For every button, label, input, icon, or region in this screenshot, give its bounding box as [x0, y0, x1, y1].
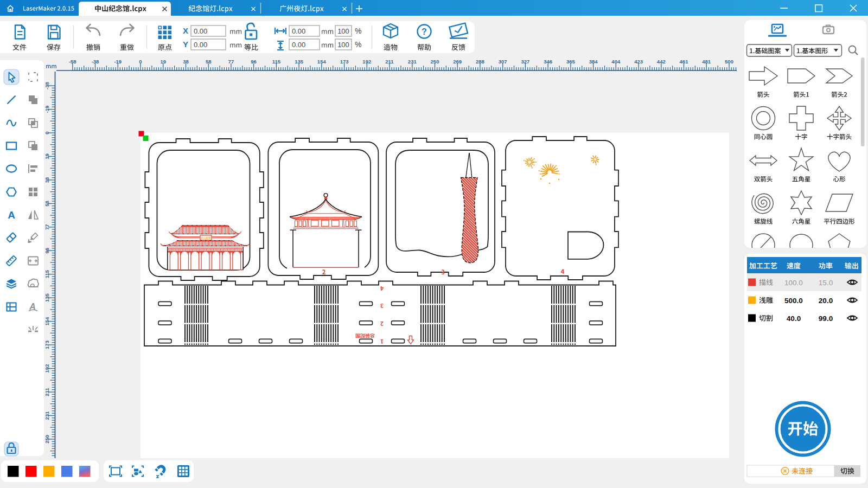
svg-text:77: 77 [44, 224, 50, 230]
svg-text:A: A [8, 209, 15, 221]
svg-text:96: 96 [44, 248, 50, 254]
svg-text:58: 58 [206, 59, 212, 65]
svg-text:-58: -58 [69, 59, 76, 65]
svg-text:0: 0 [139, 59, 142, 65]
svg-text:19: 19 [160, 59, 166, 65]
svg-text:58: 58 [44, 201, 50, 207]
svg-text:0.00: 0.00 [292, 27, 305, 35]
svg-text:269: 269 [453, 59, 462, 65]
svg-text:38: 38 [183, 59, 189, 65]
svg-text:250: 250 [431, 59, 439, 65]
svg-text:-19: -19 [114, 59, 122, 65]
svg-text:384: 384 [589, 59, 598, 65]
svg-text:211: 211 [385, 59, 394, 65]
svg-text:346: 346 [544, 59, 552, 65]
svg-text:?: ? [422, 27, 427, 36]
svg-text:211: 211 [44, 388, 50, 396]
svg-text:173: 173 [340, 59, 349, 65]
svg-text:231: 231 [44, 411, 50, 420]
svg-text:135: 135 [44, 293, 50, 303]
svg-text:500.0: 500.0 [784, 297, 803, 305]
svg-text:-38: -38 [44, 82, 50, 89]
svg-text:96: 96 [251, 59, 257, 65]
svg-text:173: 173 [44, 341, 50, 349]
svg-text:100: 100 [337, 41, 349, 49]
svg-text:115: 115 [272, 59, 281, 65]
svg-text:500: 500 [725, 59, 733, 65]
svg-text:250: 250 [44, 435, 50, 444]
svg-text:154: 154 [44, 317, 50, 326]
svg-text:481: 481 [702, 59, 711, 65]
svg-text:%: % [355, 27, 361, 35]
svg-text:135: 135 [295, 59, 304, 65]
svg-text:0.00: 0.00 [292, 41, 305, 49]
svg-text:442: 442 [657, 59, 666, 65]
svg-text:404: 404 [611, 59, 621, 65]
svg-text:19: 19 [44, 153, 50, 159]
svg-text:100: 100 [337, 27, 349, 35]
svg-text:0.00: 0.00 [194, 41, 207, 49]
svg-text:288: 288 [476, 59, 484, 65]
svg-text:192: 192 [44, 364, 50, 373]
svg-text:-38: -38 [92, 59, 99, 65]
svg-text:100.0: 100.0 [784, 279, 803, 287]
svg-text:423: 423 [634, 59, 643, 65]
svg-text:154: 154 [317, 59, 327, 65]
svg-text:0: 0 [44, 131, 50, 134]
svg-text:38: 38 [44, 177, 50, 183]
svg-text:Y: Y [183, 40, 188, 49]
svg-text:115: 115 [44, 269, 50, 278]
svg-text:15.0: 15.0 [819, 279, 833, 287]
svg-text:99.0: 99.0 [819, 314, 833, 323]
svg-text:0.00: 0.00 [194, 27, 207, 35]
svg-text:20.0: 20.0 [819, 297, 833, 305]
svg-text:365: 365 [566, 59, 576, 65]
svg-text:%: % [355, 40, 361, 49]
svg-text:192: 192 [362, 59, 371, 65]
svg-text:X: X [183, 26, 188, 35]
svg-text:77: 77 [228, 59, 234, 65]
svg-text:461: 461 [680, 59, 689, 65]
svg-text:327: 327 [521, 59, 529, 65]
svg-text:-19: -19 [44, 106, 50, 113]
svg-text:231: 231 [408, 59, 417, 65]
svg-text:40.0: 40.0 [787, 314, 801, 323]
svg-text:307: 307 [499, 59, 507, 65]
